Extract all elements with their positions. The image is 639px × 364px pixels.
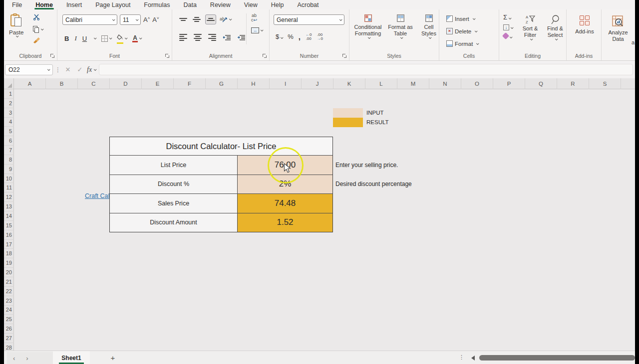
row-header-2[interactable]: 2: [4, 99, 14, 108]
row-header-12[interactable]: 12: [4, 192, 14, 202]
column-header-O[interactable]: O: [461, 78, 493, 89]
formula-input[interactable]: [99, 64, 633, 75]
column-header-G[interactable]: G: [206, 78, 238, 89]
decrease-indent-button[interactable]: [222, 32, 232, 42]
cut-button[interactable]: [33, 13, 41, 22]
column-header-M[interactable]: M: [397, 78, 429, 89]
row-header-3[interactable]: 3: [4, 108, 14, 118]
decrease-decimal-button[interactable]: .00→0: [317, 33, 322, 41]
prev-sheet-button[interactable]: ‹: [13, 355, 15, 362]
menu-tab-view[interactable]: View: [244, 0, 258, 9]
row-header-16[interactable]: 16: [4, 230, 14, 240]
row-header-7[interactable]: 7: [4, 146, 14, 155]
row-header-22[interactable]: 22: [4, 287, 14, 296]
scroll-left-arrow-icon[interactable]: [471, 356, 475, 361]
underline-chevron-icon[interactable]: [94, 36, 97, 39]
row-header-1[interactable]: 1: [4, 89, 14, 99]
column-header-J[interactable]: J: [302, 78, 333, 89]
addins-button[interactable]: Add-ins: [574, 15, 596, 35]
row-header-18[interactable]: 18: [4, 249, 14, 258]
font-color-button[interactable]: A: [132, 35, 141, 42]
column-header-K[interactable]: K: [333, 78, 365, 89]
column-header-A[interactable]: A: [14, 78, 46, 89]
column-header-C[interactable]: C: [78, 78, 110, 89]
row-header-28[interactable]: 28: [4, 343, 14, 351]
insert-function-button[interactable]: fx: [87, 66, 92, 74]
column-header-N[interactable]: N: [429, 78, 461, 89]
underline-button[interactable]: U: [82, 35, 87, 42]
column-header-R[interactable]: R: [557, 78, 589, 89]
align-bottom-button[interactable]: [205, 14, 216, 24]
cell-styles-button[interactable]: Cell Styles: [417, 14, 440, 39]
row-header-24[interactable]: 24: [4, 306, 14, 315]
delete-cells-button[interactable]: ×Delete: [446, 26, 478, 36]
menu-tab-review[interactable]: Review: [210, 0, 231, 9]
column-header-P[interactable]: P: [493, 78, 525, 89]
sheet-tab-sheet1[interactable]: Sheet1: [53, 351, 90, 364]
scrollbar-resize-handle-icon[interactable]: ⋮: [459, 354, 464, 361]
align-left-button[interactable]: [178, 32, 188, 42]
autosum-button[interactable]: Σ: [503, 13, 513, 21]
column-header-H[interactable]: H: [238, 78, 270, 89]
row-header-27[interactable]: 27: [4, 334, 14, 343]
column-header-I[interactable]: I: [270, 78, 302, 89]
copy-button[interactable]: [33, 26, 43, 33]
enter-button[interactable]: ✓: [75, 66, 85, 73]
format-as-table-button[interactable]: Format as Table: [386, 14, 414, 39]
increase-indent-button[interactable]: [236, 32, 246, 42]
row-header-14[interactable]: 14: [4, 211, 14, 221]
cell-sales-price-value[interactable]: 74.48: [237, 194, 332, 213]
currency-button[interactable]: $: [276, 33, 283, 40]
row-header-17[interactable]: 17: [4, 240, 14, 249]
fill-color-button[interactable]: [117, 33, 127, 44]
format-painter-button[interactable]: [33, 36, 40, 45]
column-header-D[interactable]: D: [110, 78, 142, 89]
paste-button[interactable]: Paste: [9, 13, 23, 37]
find-select-button[interactable]: Find & Select: [544, 14, 566, 40]
name-box[interactable]: O22: [5, 64, 53, 75]
italic-button[interactable]: I: [74, 34, 76, 42]
column-header-L[interactable]: L: [365, 78, 397, 89]
clipboard-dialog-launcher-icon[interactable]: [50, 54, 54, 58]
row-header-19[interactable]: 19: [4, 258, 14, 268]
grow-font-button[interactable]: A˄: [143, 16, 150, 23]
column-header-Q[interactable]: Q: [525, 78, 557, 89]
align-center-button[interactable]: [193, 32, 203, 42]
menu-tab-home[interactable]: Home: [35, 0, 53, 9]
row-header-26[interactable]: 26: [4, 324, 14, 334]
menu-tab-acrobat[interactable]: Acrobat: [297, 0, 319, 9]
column-header-E[interactable]: E: [142, 78, 174, 89]
conditional-formatting-button[interactable]: Conditional Formatting: [352, 14, 383, 39]
sort-filter-button[interactable]: AZ Sort & Filter: [519, 14, 541, 40]
row-header-9[interactable]: 9: [4, 165, 14, 174]
select-all-corner[interactable]: [4, 78, 14, 89]
number-format-combo[interactable]: General: [274, 14, 344, 25]
row-header-8[interactable]: 8: [4, 155, 14, 165]
row-header-15[interactable]: 15: [4, 221, 14, 230]
fx-chevron-icon[interactable]: [94, 68, 97, 71]
font-dialog-launcher-icon[interactable]: [165, 54, 169, 58]
align-right-button[interactable]: [207, 32, 217, 42]
format-cells-button[interactable]: Format: [446, 39, 478, 48]
insert-cells-button[interactable]: Insert: [446, 14, 478, 23]
font-name-combo[interactable]: Calibri: [62, 14, 117, 25]
cell-discount-amount-value[interactable]: 1.52: [237, 213, 332, 232]
horizontal-scrollbar-thumb[interactable]: [479, 355, 635, 361]
row-header-11[interactable]: 11: [4, 183, 14, 193]
menu-tab-formulas[interactable]: Formulas: [144, 0, 170, 9]
orientation-button[interactable]: ab: [220, 16, 231, 23]
add-sheet-button[interactable]: +: [108, 351, 118, 364]
row-header-10[interactable]: 10: [4, 174, 14, 183]
row-header-5[interactable]: 5: [4, 127, 14, 136]
formula-bar-handle-icon[interactable]: ⋮: [55, 66, 61, 73]
column-header-T[interactable]: T: [621, 78, 635, 89]
increase-decimal-button[interactable]: ←0.00: [306, 33, 312, 41]
borders-button[interactable]: [101, 35, 111, 42]
align-top-button[interactable]: [178, 14, 188, 24]
font-size-combo[interactable]: 11: [120, 14, 141, 25]
sheet-grid[interactable]: 1234567891011121314151617181920212223242…: [4, 89, 635, 351]
row-header-13[interactable]: 13: [4, 202, 14, 211]
menu-tab-file[interactable]: File: [12, 0, 22, 9]
shrink-font-button[interactable]: A˅: [152, 16, 159, 23]
column-header-S[interactable]: S: [589, 78, 621, 89]
